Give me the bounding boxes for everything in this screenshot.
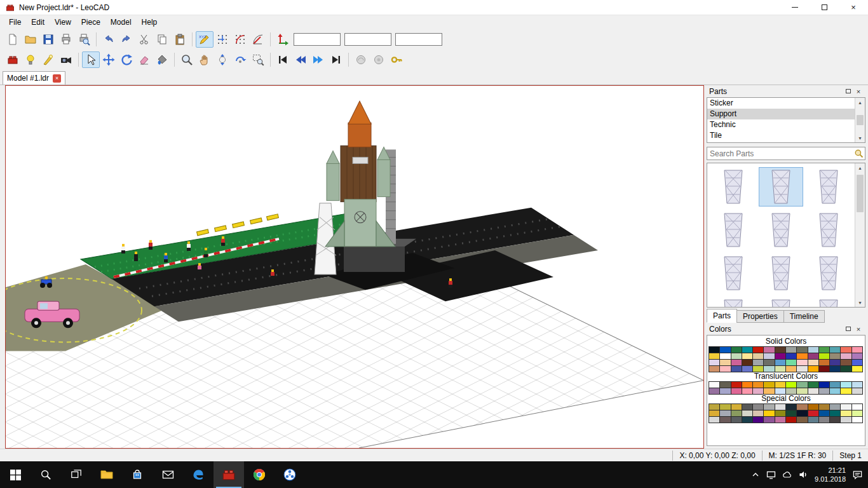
- mail-button[interactable]: [153, 461, 183, 488]
- color-swatch[interactable]: [851, 365, 863, 372]
- search-parts-input[interactable]: [707, 147, 865, 160]
- close-panel-button[interactable]: ×: [854, 325, 863, 334]
- color-swatch[interactable]: [775, 416, 786, 423]
- chrome-button[interactable]: [244, 461, 275, 488]
- relative-transforms-button[interactable]: XYZ: [196, 31, 214, 48]
- color-swatch[interactable]: [851, 388, 863, 395]
- delete-tool-button[interactable]: [135, 51, 153, 68]
- color-swatch[interactable]: [829, 416, 841, 423]
- paste-button[interactable]: [171, 31, 189, 48]
- minimize-button[interactable]: [780, 0, 810, 15]
- model-tab[interactable]: Model #1.ldr ×: [3, 71, 65, 85]
- new-file-button[interactable]: [4, 31, 22, 48]
- camera-view-2-button[interactable]: [370, 51, 388, 68]
- scroll-down-icon[interactable]: ▼: [855, 133, 865, 142]
- rotate-view-button[interactable]: [214, 51, 231, 68]
- color-swatch[interactable]: [752, 416, 764, 423]
- part-item[interactable]: [807, 210, 851, 250]
- file-explorer-button[interactable]: [92, 461, 122, 488]
- maximize-button[interactable]: [810, 0, 839, 15]
- category-scrollbar[interactable]: ▲ ▼: [855, 98, 865, 142]
- transform-z-input[interactable]: [395, 33, 442, 46]
- redo-button[interactable]: [118, 31, 135, 48]
- spotlight-button[interactable]: [39, 51, 57, 68]
- menu-item[interactable]: Model: [105, 17, 137, 28]
- print-preview-button[interactable]: [75, 31, 93, 48]
- action-center-icon[interactable]: [852, 470, 863, 480]
- light-button[interactable]: [22, 51, 39, 68]
- snap-move-button[interactable]: [214, 31, 231, 48]
- panel-tab[interactable]: Parts: [707, 309, 737, 323]
- color-swatch[interactable]: [818, 416, 830, 423]
- taskbar-search-button[interactable]: [31, 461, 61, 488]
- panel-tab[interactable]: Properties: [736, 310, 784, 323]
- rotate-tool-button[interactable]: [118, 51, 135, 68]
- transform-axes-button[interactable]: [274, 31, 292, 48]
- float-panel-button[interactable]: [844, 325, 853, 334]
- part-item[interactable]: [759, 297, 803, 307]
- float-panel-button[interactable]: [844, 87, 853, 96]
- copy-button[interactable]: [153, 31, 171, 48]
- color-swatch[interactable]: [785, 416, 797, 423]
- color-swatch[interactable]: [808, 416, 819, 423]
- color-swatch[interactable]: [851, 416, 863, 423]
- first-step-button[interactable]: [274, 51, 292, 68]
- select-tool-button[interactable]: [82, 51, 100, 68]
- blue-app-button[interactable]: [275, 461, 305, 488]
- color-swatch[interactable]: [709, 416, 720, 423]
- color-swatch[interactable]: [742, 416, 753, 423]
- category-row[interactable]: Technic: [707, 119, 855, 130]
- color-swatch[interactable]: [763, 416, 775, 423]
- tray-cloud-icon[interactable]: [782, 471, 792, 478]
- close-button[interactable]: ×: [839, 0, 868, 15]
- camera-button[interactable]: [57, 51, 75, 68]
- print-button[interactable]: [57, 31, 75, 48]
- part-item[interactable]: [759, 254, 803, 293]
- tray-chevron-up-icon[interactable]: [751, 470, 760, 479]
- color-swatch[interactable]: [742, 388, 753, 395]
- snap-angle-button[interactable]: [249, 31, 267, 48]
- menu-item[interactable]: Piece: [76, 17, 105, 28]
- open-file-button[interactable]: [22, 31, 39, 48]
- search-icon[interactable]: [854, 149, 864, 160]
- task-view-button[interactable]: [61, 461, 92, 488]
- part-item[interactable]: [759, 167, 803, 207]
- cut-button[interactable]: [135, 31, 153, 48]
- color-swatch[interactable]: [731, 416, 742, 423]
- color-swatch[interactable]: [731, 365, 742, 372]
- paint-tool-button[interactable]: [153, 51, 171, 68]
- move-tool-button[interactable]: [100, 51, 118, 68]
- category-row[interactable]: Tile: [707, 130, 855, 141]
- part-item[interactable]: [711, 254, 755, 293]
- color-swatch[interactable]: [840, 416, 851, 423]
- transform-x-input[interactable]: [294, 33, 341, 46]
- zoom-tool-button[interactable]: [178, 51, 196, 68]
- color-swatch[interactable]: [719, 388, 731, 395]
- color-swatch[interactable]: [840, 365, 851, 372]
- menu-item[interactable]: File: [4, 17, 26, 28]
- previous-step-button[interactable]: [292, 51, 309, 68]
- color-swatch[interactable]: [719, 365, 731, 372]
- tab-close-icon[interactable]: ×: [53, 74, 61, 83]
- tray-volume-icon[interactable]: [799, 470, 808, 479]
- category-row[interactable]: Sticker: [707, 98, 855, 109]
- leocad-taskbar-button[interactable]: [214, 461, 244, 488]
- edge-button[interactable]: [183, 461, 214, 488]
- menu-item[interactable]: View: [50, 17, 76, 28]
- 3d-viewport[interactable]: [5, 85, 704, 449]
- color-swatch[interactable]: [818, 388, 830, 395]
- color-swatch[interactable]: [818, 365, 830, 372]
- color-swatch[interactable]: [709, 388, 720, 395]
- save-button[interactable]: [39, 31, 57, 48]
- keys-button[interactable]: [388, 51, 405, 68]
- parts-grid-scrollbar[interactable]: ▲ ▼: [855, 163, 865, 307]
- scroll-up-icon[interactable]: ▲: [855, 98, 865, 107]
- tray-network-icon[interactable]: [766, 470, 776, 479]
- roll-tool-button[interactable]: [231, 51, 249, 68]
- color-swatch[interactable]: [796, 416, 808, 423]
- store-button[interactable]: [122, 461, 153, 488]
- color-swatch[interactable]: [829, 388, 841, 395]
- transform-y-input[interactable]: [344, 33, 391, 46]
- zoom-region-button[interactable]: [249, 51, 267, 68]
- part-item[interactable]: [759, 210, 803, 250]
